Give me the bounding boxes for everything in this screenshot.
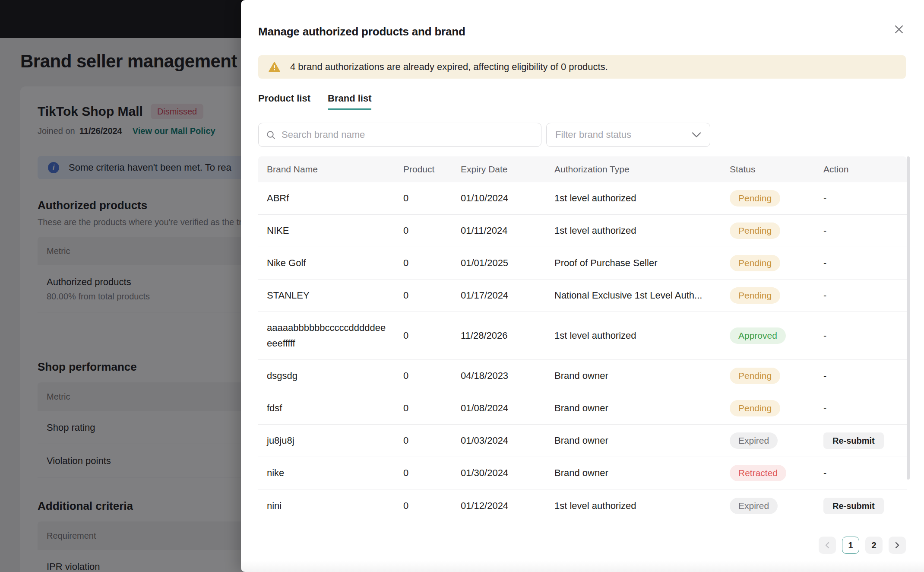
action-cell: - (815, 330, 907, 341)
status-cell: Pending (721, 190, 815, 207)
prev-page-button[interactable] (819, 537, 836, 554)
page-button-1[interactable]: 1 (842, 537, 859, 554)
brand-cell: nini (258, 498, 395, 514)
brand-list-table: Brand NameProductExpiry DateAuthorizatio… (258, 156, 907, 522)
product-cell: 0 (395, 193, 452, 204)
action-cell: - (815, 225, 907, 236)
column-header: Authorization Type (546, 164, 721, 175)
expiry-cell: 01/30/2024 (452, 467, 546, 479)
expiry-cell: 01/08/2024 (452, 403, 546, 414)
action-cell: - (815, 257, 907, 269)
status-cell: Approved (721, 327, 815, 344)
expiry-cell: 04/18/2023 (452, 370, 546, 381)
table-row: fdsf001/08/2024Brand ownerPending- (258, 392, 907, 425)
product-cell: 0 (395, 467, 452, 479)
expiry-cell: 01/10/2024 (452, 193, 546, 204)
expiry-cell: 01/17/2024 (452, 290, 546, 301)
table-row: Nike Golf001/01/2025Proof of Purchase Se… (258, 247, 907, 280)
auth-cell: Brand owner (546, 435, 721, 446)
resubmit-button[interactable]: Re-submit (823, 498, 884, 514)
brand-cell: NIKE (258, 223, 395, 238)
warning-text: 4 brand authorizations are already expir… (290, 61, 608, 73)
brand-cell: aaaaabbbbbbcccccdddddeeeeefffff (258, 320, 395, 351)
brand-cell: Nike Golf (258, 255, 395, 271)
status-badge: Pending (730, 368, 780, 384)
status-badge: Pending (730, 287, 780, 304)
column-header: Brand Name (258, 164, 395, 175)
status-cell: Retracted (721, 465, 815, 481)
product-cell: 0 (395, 257, 452, 269)
expiry-cell: 01/01/2025 (452, 257, 546, 269)
action-cell: - (815, 193, 907, 204)
expiry-cell: 01/11/2024 (452, 225, 546, 236)
table-row: aaaaabbbbbbcccccdddddeeeeefffff011/28/20… (258, 312, 907, 360)
manage-authorized-drawer: Manage authorized products and brand 4 b… (241, 0, 924, 572)
close-icon[interactable] (893, 23, 905, 35)
footer-shadow (241, 561, 924, 572)
status-cell: Expired (721, 432, 815, 449)
expiry-cell: 01/03/2024 (452, 435, 546, 446)
filter-placeholder: Filter brand status (555, 129, 631, 140)
product-cell: 0 (395, 290, 452, 301)
action-cell: - (815, 290, 907, 301)
table-row: NIKE001/11/20241st level authorizedPendi… (258, 215, 907, 247)
action-cell: Re-submit (815, 498, 907, 514)
status-badge: Approved (730, 327, 786, 344)
expiry-cell: 01/12/2024 (452, 500, 546, 512)
table-header-row: Brand NameProductExpiry DateAuthorizatio… (258, 156, 907, 182)
status-badge: Retracted (730, 465, 786, 481)
auth-cell: 1st level authorized (546, 500, 721, 512)
product-cell: 0 (395, 435, 452, 446)
action-cell: - (815, 403, 907, 414)
expiry-cell: 11/28/2026 (452, 330, 546, 341)
brand-status-filter[interactable]: Filter brand status (546, 123, 710, 147)
brand-cell: ju8ju8j (258, 433, 395, 448)
search-input-wrapper (258, 123, 541, 147)
status-cell: Pending (721, 287, 815, 304)
table-row: ABRf001/10/20241st level authorizedPendi… (258, 182, 907, 215)
tab-product-list[interactable]: Product list (258, 93, 310, 110)
action-cell: - (815, 370, 907, 381)
page-button-2[interactable]: 2 (865, 537, 883, 554)
auth-cell: Brand owner (546, 467, 721, 479)
brand-cell: ABRf (258, 191, 395, 206)
table-row: nike001/30/2024Brand ownerRetracted- (258, 457, 907, 489)
search-input[interactable] (282, 129, 533, 140)
status-cell: Pending (721, 255, 815, 271)
auth-cell: Brand owner (546, 370, 721, 381)
modal-title: Manage authorized products and brand (258, 24, 907, 39)
table-row: dsgsdg004/18/2023Brand ownerPending- (258, 360, 907, 392)
auth-cell: Proof of Purchase Seller (546, 257, 721, 269)
status-cell: Pending (721, 368, 815, 384)
brand-cell: fdsf (258, 400, 395, 416)
product-cell: 0 (395, 330, 452, 341)
next-page-button[interactable] (889, 537, 906, 554)
action-cell: Re-submit (815, 432, 907, 449)
status-badge: Pending (730, 255, 780, 271)
brand-cell: dsgsdg (258, 368, 395, 384)
status-badge: Pending (730, 222, 780, 239)
product-cell: 0 (395, 403, 452, 414)
status-cell: Expired (721, 498, 815, 514)
column-header: Action (815, 164, 907, 175)
table-row: STANLEY001/17/2024National Exclusive 1st… (258, 280, 907, 312)
table-row: nini001/12/20241st level authorizedExpir… (258, 489, 907, 522)
status-badge: Expired (730, 432, 778, 449)
status-cell: Pending (721, 400, 815, 416)
brand-cell: STANLEY (258, 288, 395, 303)
column-header: Status (721, 164, 815, 175)
expired-warning-banner: 4 brand authorizations are already expir… (258, 55, 906, 79)
product-cell: 0 (395, 370, 452, 381)
table-scrollbar[interactable] (907, 156, 910, 480)
tab-brand-list[interactable]: Brand list (328, 93, 371, 110)
auth-cell: Brand owner (546, 403, 721, 414)
resubmit-button[interactable]: Re-submit (823, 432, 884, 449)
product-cell: 0 (395, 225, 452, 236)
auth-cell: 1st level authorized (546, 193, 721, 204)
auth-cell: 1st level authorized (546, 330, 721, 341)
chevron-down-icon (692, 132, 701, 138)
status-badge: Pending (730, 400, 780, 416)
column-header: Expiry Date (452, 164, 546, 175)
product-cell: 0 (395, 500, 452, 512)
table-row: ju8ju8j001/03/2024Brand ownerExpiredRe-s… (258, 425, 907, 457)
